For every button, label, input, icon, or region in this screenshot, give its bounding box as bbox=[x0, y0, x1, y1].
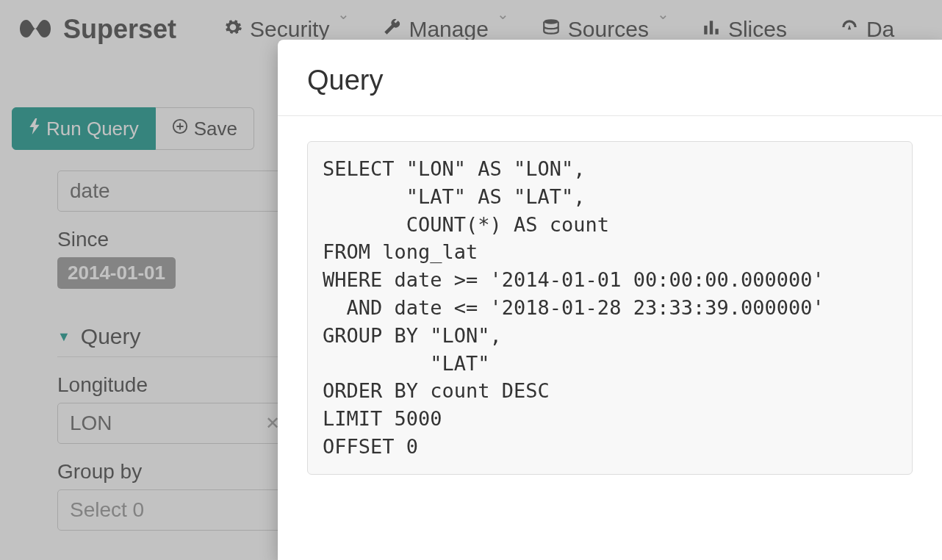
modal-title: Query bbox=[278, 40, 942, 116]
query-modal: Query SELECT "LON" AS "LON", "LAT" AS "L… bbox=[278, 40, 942, 560]
modal-body: SELECT "LON" AS "LON", "LAT" AS "LAT", C… bbox=[278, 116, 942, 500]
sql-code[interactable]: SELECT "LON" AS "LON", "LAT" AS "LAT", C… bbox=[307, 141, 913, 475]
